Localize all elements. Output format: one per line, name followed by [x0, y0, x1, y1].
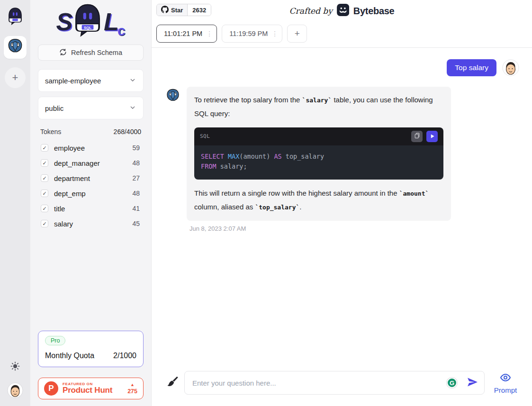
question-input[interactable]	[184, 371, 485, 395]
chevron-down-icon	[129, 104, 136, 113]
table-row-dept-manager: ✓ dept_manager 48	[38, 155, 144, 171]
table-row-department: ✓ department 27	[38, 171, 144, 186]
new-conversation-button[interactable]: +	[287, 25, 307, 43]
assistant-paragraph-1: To retrieve the top salary from the `sal…	[194, 93, 443, 120]
run-query-button[interactable]	[426, 131, 438, 142]
table-name: title	[54, 205, 126, 213]
table-name: employee	[54, 144, 126, 152]
user-message-bubble: Top salary	[447, 59, 496, 76]
prompt-label: Prompt	[494, 386, 517, 394]
prompt-button[interactable]: Prompt	[490, 372, 521, 394]
postgresql-elephant-icon	[166, 89, 180, 103]
inline-code: `top_salary`	[255, 204, 299, 211]
table-row-salary: ✓ salary 45	[38, 216, 144, 231]
product-hunt-icon: P	[44, 381, 58, 396]
upvote-triangle-icon: ▲	[130, 383, 135, 387]
schema-select[interactable]: public	[38, 97, 144, 119]
crafted-by-bytebase[interactable]: Crafted by Bytebase	[289, 4, 395, 18]
chat-messages: Top salary	[152, 48, 532, 369]
code-content: SELECT MAX(amount) AS top_salary FROM sa…	[194, 145, 443, 180]
add-connection-button[interactable]: +	[5, 67, 26, 88]
table-row-employee: ✓ employee 59	[38, 140, 144, 155]
logo-letter-l: L	[104, 8, 118, 36]
tokens-label: Tokens	[40, 128, 61, 135]
crafted-by-text: Crafted by	[289, 6, 333, 16]
quota-label: Monthly Quota	[45, 352, 94, 360]
bytebase-logo-icon	[337, 4, 349, 18]
table-token-count: 59	[132, 144, 140, 152]
main-area: Star 2632 Crafted by Bytebase 11:01:21 P…	[152, 0, 532, 406]
tokens-value: 268/4000	[114, 128, 141, 135]
user-account-avatar[interactable]	[7, 382, 23, 398]
user-message-row: Top salary	[166, 59, 519, 76]
sql-code-block: SQL	[194, 127, 443, 180]
composer-bar: G Prompt	[152, 369, 532, 406]
clear-conversation-button[interactable]	[166, 376, 179, 390]
table-name: dept_manager	[54, 159, 126, 167]
checkbox-employee[interactable]: ✓	[41, 144, 48, 152]
plus-icon: +	[295, 28, 300, 39]
check-icon: ✓	[42, 145, 46, 151]
database-select-value: sample-employee	[45, 77, 101, 85]
left-rail: +	[0, 0, 30, 406]
schema-select-value: public	[45, 104, 63, 112]
table-name: salary	[54, 220, 126, 228]
tab-menu-icon[interactable]: ⋮	[206, 30, 213, 37]
plus-icon: +	[12, 72, 18, 84]
refresh-schema-label: Refresh Schema	[71, 49, 122, 56]
database-select[interactable]: sample-employee	[38, 69, 144, 92]
product-hunt-badge[interactable]: P FEATURED ON Product Hunt ▲ 275	[38, 378, 144, 399]
tab-conversation-1[interactable]: 11:01:21 PM ⋮	[156, 25, 217, 43]
code-block-header: SQL	[194, 127, 443, 145]
checkbox-title[interactable]: ✓	[41, 205, 48, 212]
message-timestamp: Jun 8, 2023 2:07 AM	[189, 225, 519, 232]
table-token-count: 27	[132, 174, 140, 182]
checkbox-salary[interactable]: ✓	[41, 220, 48, 227]
checkbox-dept-emp[interactable]: ✓	[41, 189, 48, 197]
github-star-button[interactable]: Star 2632	[156, 4, 211, 16]
checkbox-dept-manager[interactable]: ✓	[41, 159, 48, 167]
tab-conversation-2[interactable]: 11:19:59 PM ⋮	[222, 25, 282, 43]
table-token-count: 41	[132, 205, 140, 212]
tab-menu-icon[interactable]: ⋮	[271, 30, 278, 37]
connection-postgres-selected[interactable]	[4, 36, 27, 59]
logo-letter-c: c	[117, 23, 126, 39]
top-bar: Star 2632 Crafted by Bytebase	[152, 0, 532, 22]
bytebase-brand-name: Bytebase	[353, 6, 395, 17]
sqlchat-logo: S SQL L c	[38, 0, 144, 42]
broom-icon	[166, 376, 179, 390]
theme-toggle-button[interactable]	[10, 361, 20, 373]
sqlchat-bot-icon[interactable]	[7, 8, 23, 27]
table-row-title: ✓ title 41	[38, 201, 144, 216]
check-icon: ✓	[42, 160, 46, 166]
checkbox-department[interactable]: ✓	[41, 174, 48, 182]
tab-label: 11:01:21 PM	[164, 30, 202, 37]
table-token-count: 48	[132, 189, 140, 197]
assistant-paragraph-2: This will return a single row with the h…	[194, 187, 443, 214]
eye-icon	[500, 372, 511, 385]
code-language-label: SQL	[200, 130, 210, 143]
copy-code-button[interactable]	[411, 131, 423, 142]
product-hunt-votes: 275	[127, 388, 137, 395]
github-star-label: Star	[171, 7, 183, 14]
sun-icon	[10, 361, 20, 373]
postgresql-elephant-icon	[7, 38, 23, 56]
assistant-message-bubble: To retrieve the top salary from the `sal…	[187, 87, 451, 221]
tokens-row: Tokens 268/4000	[38, 128, 144, 135]
quota-card: Pro Monthly Quota 2/1000	[38, 331, 144, 367]
check-icon: ✓	[42, 190, 46, 197]
sidebar: S SQL L c	[30, 0, 152, 406]
pro-badge: Pro	[45, 336, 65, 345]
quota-value: 2/1000	[113, 352, 136, 360]
table-list: ✓ employee 59 ✓ dept_manager 48 ✓ depart…	[38, 140, 144, 231]
grammarly-icon[interactable]: G	[447, 378, 457, 388]
github-icon	[161, 6, 169, 15]
send-button[interactable]	[467, 377, 478, 389]
inline-code: `salary`	[302, 97, 332, 104]
refresh-schema-button[interactable]: Refresh Schema	[38, 45, 144, 61]
logo-letter-s: S	[56, 8, 72, 36]
chevron-down-icon	[129, 76, 136, 85]
tab-label: 11:19:59 PM	[229, 30, 268, 37]
assistant-message-row: To retrieve the top salary from the `sal…	[166, 87, 519, 221]
table-name: dept_emp	[54, 189, 126, 198]
